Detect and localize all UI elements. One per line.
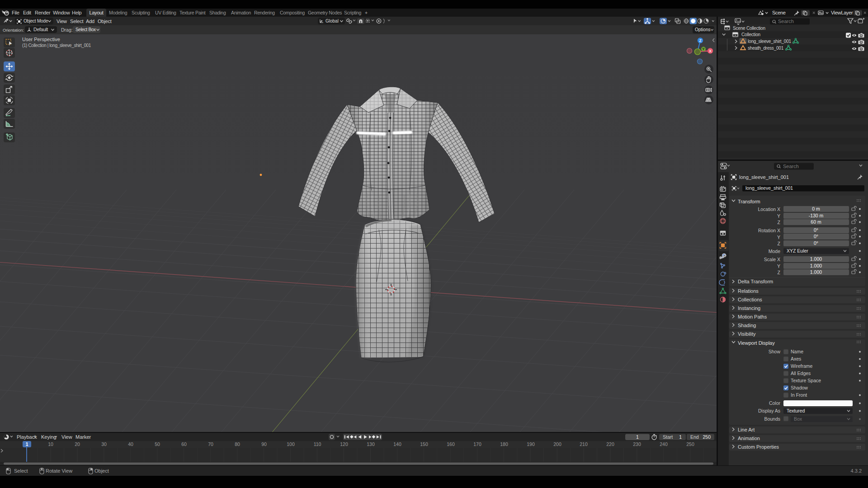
svg-text:230: 230 <box>633 441 641 447</box>
svg-text:130: 130 <box>367 441 375 447</box>
svg-text:40: 40 <box>128 441 133 447</box>
svg-text:Scene Collection: Scene Collection <box>733 26 765 31</box>
svg-text:90: 90 <box>261 441 267 447</box>
svg-text:190: 190 <box>527 441 535 447</box>
svg-text:Transform: Transform <box>738 199 760 204</box>
svg-text:Y: Y <box>777 235 780 240</box>
svg-text:Line Art: Line Art <box>738 427 755 432</box>
svg-text:1.000: 1.000 <box>810 269 822 275</box>
svg-text:Location X: Location X <box>758 206 780 212</box>
svg-text:Scale X: Scale X <box>764 257 780 262</box>
svg-text:60 m: 60 m <box>811 219 821 225</box>
svg-text:long_sleeve_shirt_001: long_sleeve_shirt_001 <box>748 39 792 44</box>
svg-text:Z: Z <box>778 220 781 225</box>
svg-text:sheath_dress_001: sheath_dress_001 <box>748 46 784 51</box>
svg-text:Y: Y <box>777 213 780 219</box>
svg-text:All Edges: All Edges <box>791 371 811 376</box>
svg-text:Search: Search <box>778 19 794 24</box>
svg-text:Instancing: Instancing <box>738 305 760 311</box>
svg-text:Rotate View: Rotate View <box>46 468 72 474</box>
svg-text:170: 170 <box>473 441 481 447</box>
svg-text:200: 200 <box>553 441 561 447</box>
svg-text:240: 240 <box>660 441 668 447</box>
svg-text:Animation: Animation <box>738 436 760 441</box>
svg-text:250: 250 <box>703 434 711 440</box>
svg-text:110: 110 <box>314 441 321 447</box>
svg-text:Y: Y <box>777 263 780 269</box>
svg-text:Delta Transform: Delta Transform <box>738 279 773 284</box>
svg-text:1: 1 <box>636 434 639 440</box>
svg-text:End: End <box>690 434 699 440</box>
svg-text:0°: 0° <box>814 240 818 246</box>
svg-text:10: 10 <box>48 441 53 447</box>
svg-text:XYZ Euler: XYZ Euler <box>787 248 808 253</box>
svg-text:Motion Paths: Motion Paths <box>738 314 767 319</box>
svg-text:250: 250 <box>686 441 694 447</box>
svg-text:Search: Search <box>783 164 799 169</box>
svg-text:long_sleeve_shirt_001: long_sleeve_shirt_001 <box>739 174 789 180</box>
svg-text:180: 180 <box>500 441 508 447</box>
svg-text:Wireframe: Wireframe <box>791 363 813 369</box>
svg-text:Viewport Display: Viewport Display <box>738 340 775 346</box>
svg-text:Texture Space: Texture Space <box>791 378 821 383</box>
svg-text:Relations: Relations <box>738 288 759 294</box>
svg-text:Name: Name <box>791 349 803 354</box>
svg-text:Rotation X: Rotation X <box>758 228 780 233</box>
svg-text:Keying: Keying <box>41 434 57 440</box>
svg-text:80: 80 <box>235 441 240 447</box>
svg-text:50: 50 <box>155 441 160 447</box>
svg-text:Custom Properties: Custom Properties <box>738 444 779 450</box>
svg-text:210: 210 <box>580 441 588 447</box>
svg-text:0°: 0° <box>814 234 818 239</box>
svg-text:0 m: 0 m <box>812 206 820 211</box>
svg-text:120: 120 <box>340 441 348 447</box>
svg-text:Textured: Textured <box>787 408 805 413</box>
svg-text:0°: 0° <box>814 227 818 233</box>
svg-text:Z: Z <box>699 38 701 43</box>
svg-text:Start: Start <box>663 434 673 440</box>
svg-text:Show: Show <box>769 349 781 354</box>
svg-text:Axes: Axes <box>791 356 801 361</box>
svg-text:4.3.2: 4.3.2 <box>851 468 862 474</box>
svg-text:220: 220 <box>606 441 614 447</box>
svg-text:Shadow: Shadow <box>791 385 808 390</box>
svg-text:70: 70 <box>208 441 213 447</box>
svg-text:20: 20 <box>75 441 80 447</box>
svg-text:long_sleeve_shirt_001: long_sleeve_shirt_001 <box>745 185 793 191</box>
svg-text:Object: Object <box>94 468 109 474</box>
svg-text:1.000: 1.000 <box>810 263 822 268</box>
svg-text:Z: Z <box>778 270 781 275</box>
svg-text:60: 60 <box>181 441 187 447</box>
svg-text:View: View <box>61 434 72 440</box>
svg-text:Display As: Display As <box>758 408 780 413</box>
svg-text:In Front: In Front <box>791 392 807 398</box>
svg-text:Select: Select <box>14 468 28 474</box>
svg-text:Bounds: Bounds <box>764 416 780 422</box>
svg-text:140: 140 <box>393 441 401 447</box>
svg-text:100: 100 <box>287 441 295 447</box>
svg-text:Visibility: Visibility <box>738 331 756 337</box>
svg-text:Collection: Collection <box>741 32 760 37</box>
svg-text:Z: Z <box>778 241 781 246</box>
svg-text:Y: Y <box>702 47 705 51</box>
svg-text:X: X <box>709 49 712 53</box>
svg-text:Marker: Marker <box>75 434 91 440</box>
svg-text:1: 1 <box>26 442 28 447</box>
svg-text:Collections: Collections <box>738 297 762 302</box>
svg-text:150: 150 <box>420 441 428 447</box>
svg-text:Shading: Shading <box>738 323 756 328</box>
svg-text:Playback: Playback <box>17 434 37 440</box>
svg-text:Box: Box <box>794 416 802 422</box>
svg-text:30: 30 <box>101 441 107 447</box>
svg-text:1.000: 1.000 <box>810 256 822 262</box>
svg-text:-130 m: -130 m <box>809 213 824 218</box>
svg-text:Mode: Mode <box>769 249 780 254</box>
svg-text:Color: Color <box>769 400 781 406</box>
svg-text:160: 160 <box>447 441 455 447</box>
svg-text:1: 1 <box>679 434 682 440</box>
